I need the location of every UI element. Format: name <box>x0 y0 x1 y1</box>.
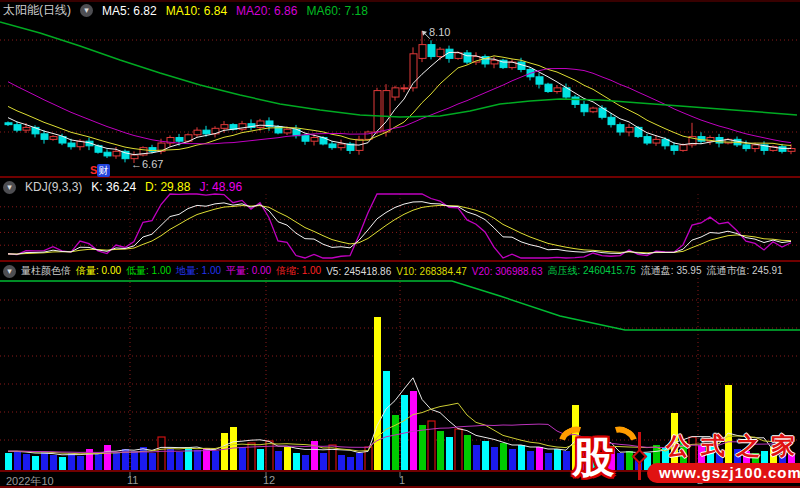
vol-item-beisuo: 倍缩: 1.00 <box>276 264 321 278</box>
vol-item-v5: V5: 245418.86 <box>326 266 391 277</box>
brand-url: www.gszj100.com <box>647 463 800 483</box>
symbol-title[interactable]: 太阳能(日线) <box>3 2 71 19</box>
vol-item-gaoyaxian: 高压线: 2460415.75 <box>547 264 635 278</box>
vol-item-liutongpan: 流通盘: 35.95 <box>641 264 702 278</box>
vol-item-diliang2: 地量: 1.00 <box>176 264 221 278</box>
stock-chart-window: 太阳能(日线) ▾ MA5: 6.82 MA10: 6.84 MA20: 6.8… <box>0 0 800 488</box>
volume-pane-header: ▾ 量柱颜色倍 倍量: 0.00 低量: 1.00 地量: 1.00 平量: 0… <box>3 264 783 278</box>
watermark-divider <box>638 432 641 480</box>
chevron-down-icon[interactable]: ▾ <box>80 4 93 17</box>
vol-item-v20: V20: 306988.63 <box>472 266 543 277</box>
vol-item-diliang1: 低量: 1.00 <box>126 264 171 278</box>
low-price-label: ←6.67 <box>131 158 163 170</box>
brand-name: 公式之家 <box>655 430 800 462</box>
bull-logo: 股 <box>550 425 636 487</box>
vol-item-beiliang: 倍量: 0.00 <box>76 264 121 278</box>
axis-label-dec: 12 <box>263 474 275 486</box>
kdj-d-label: D: 29.88 <box>145 180 190 194</box>
volume-indicator-title[interactable]: 量柱颜色倍 <box>21 264 71 278</box>
ma5-label: MA5: 6.82 <box>102 4 157 18</box>
axis-label-jan: 1 <box>399 474 405 486</box>
high-price-label: 8.10 <box>429 26 450 38</box>
kdj-k-label: K: 36.24 <box>91 180 136 194</box>
axis-label-nov: 11 <box>127 474 138 486</box>
kdj-title[interactable]: KDJ(9,3,3) <box>25 180 82 194</box>
chevron-down-icon[interactable]: ▾ <box>3 181 16 194</box>
vol-item-v10: V10: 268384.47 <box>396 266 467 277</box>
kdj-pane-header: ▾ KDJ(9,3,3) K: 36.24 D: 29.88 J: 48.96 <box>3 180 242 194</box>
price-pane-header: 太阳能(日线) ▾ MA5: 6.82 MA10: 6.84 MA20: 6.8… <box>3 2 368 19</box>
watermark: 股 公式之家 www.gszj100.com <box>550 424 800 488</box>
axis-label-oct: 2022年10 <box>6 474 54 488</box>
chevron-down-icon[interactable]: ▾ <box>3 265 16 278</box>
ma20-label: MA20: 6.86 <box>236 4 297 18</box>
gu-character: 股 <box>572 435 614 481</box>
watermark-text-block: 公式之家 www.gszj100.com <box>647 430 800 483</box>
vol-item-pingliang: 平量: 0.00 <box>226 264 271 278</box>
vol-item-liutongshizhi: 流通市值: 245.91 <box>706 264 782 278</box>
ma60-label: MA60: 7.18 <box>306 4 367 18</box>
financial-report-badge[interactable]: 财 <box>97 164 110 177</box>
ma10-label: MA10: 6.84 <box>166 4 227 18</box>
kdj-j-label: J: 48.96 <box>199 180 242 194</box>
chart-canvas[interactable] <box>0 0 800 488</box>
